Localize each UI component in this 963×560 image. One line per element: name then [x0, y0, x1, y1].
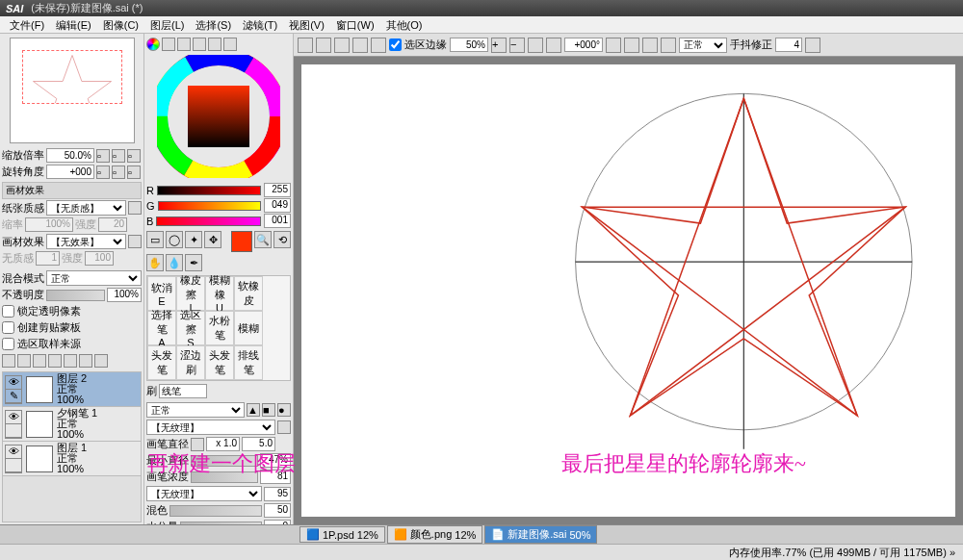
rot-right-icon[interactable]: [624, 38, 639, 53]
rotate-value[interactable]: [46, 165, 94, 179]
brush-edge-select[interactable]: 【无纹理】: [146, 420, 275, 435]
water-val[interactable]: 0: [264, 520, 291, 524]
zoom-minus-icon[interactable]: ▫: [112, 149, 125, 163]
pen-icon[interactable]: [6, 424, 21, 438]
r-value[interactable]: 255: [264, 183, 291, 197]
zoom-out-icon[interactable]: −: [509, 38, 525, 53]
pen-icon[interactable]: [6, 459, 21, 472]
canvas-mode-select[interactable]: 正常: [679, 38, 727, 53]
layer-row[interactable]: 👁 图层 1正常100%: [3, 442, 141, 476]
zoom-fit-icon[interactable]: [528, 38, 543, 53]
tip-soft-icon[interactable]: ●: [277, 403, 291, 417]
doc-tab[interactable]: 📄新建图像.sai50%: [484, 525, 597, 544]
fx-select[interactable]: 【无效果】: [46, 234, 126, 249]
canvas-angle[interactable]: [564, 38, 603, 52]
wand-icon[interactable]: ✦: [185, 231, 202, 248]
doc-tab[interactable]: 🟦1P.psd12%: [299, 526, 385, 543]
zoom-icon[interactable]: 🔍: [254, 231, 272, 248]
menu-window[interactable]: 窗口(W): [330, 17, 380, 32]
rot-left-icon[interactable]: [606, 38, 621, 53]
tip-round-icon[interactable]: ▲: [247, 403, 260, 417]
brush-mode-select[interactable]: 正常: [146, 402, 245, 418]
pen-icon[interactable]: ✎: [6, 390, 21, 403]
delete-layer-icon[interactable]: [94, 354, 108, 368]
rotate-icon[interactable]: ⟲: [273, 231, 291, 248]
brush-cell[interactable]: 头发笔: [147, 345, 176, 380]
redo-icon[interactable]: [316, 38, 331, 53]
fg-color-swatch[interactable]: [231, 231, 252, 252]
rot-reset-icon[interactable]: ▫: [127, 165, 141, 179]
layer-row[interactable]: 👁✎ 图层 2正常100%: [3, 372, 141, 407]
zoom-in-icon[interactable]: +: [491, 38, 507, 53]
brush-tex-str[interactable]: 95: [264, 487, 291, 501]
zoom-plus-icon[interactable]: ▫: [96, 149, 110, 163]
menu-edit[interactable]: 编辑(E): [50, 17, 97, 32]
b-value[interactable]: 001: [264, 214, 291, 228]
eyedropper-icon[interactable]: 💧: [166, 254, 183, 271]
paper-texture-select[interactable]: 【无质感】: [46, 200, 126, 216]
clip-mask-check[interactable]: [2, 321, 14, 334]
brush-cell[interactable]: 模糊橡U: [205, 276, 234, 311]
fx-btn[interactable]: [128, 235, 142, 248]
new-layer-icon[interactable]: [2, 354, 15, 368]
doc-tab[interactable]: 🟧颜色.png12%: [387, 525, 482, 544]
menu-file[interactable]: 文件(F): [4, 17, 50, 32]
menu-view[interactable]: 视图(V): [283, 17, 330, 32]
mix-slider[interactable]: [169, 505, 262, 517]
brush-cell[interactable]: 排线笔: [234, 345, 263, 380]
menu-image[interactable]: 图像(C): [97, 17, 144, 32]
menu-other[interactable]: 其他(O): [380, 17, 429, 32]
brush-edge-btn[interactable]: [277, 420, 291, 434]
opacity-slider[interactable]: [46, 290, 105, 301]
rot-ccw-icon[interactable]: ▫: [96, 165, 110, 179]
paper-texture-btn[interactable]: [128, 201, 142, 215]
stab-opt-icon[interactable]: [805, 38, 820, 53]
mix-val[interactable]: 50: [264, 503, 291, 518]
brush-cell[interactable]: 头发笔: [205, 345, 234, 380]
brush-cell[interactable]: 选择笔A: [147, 311, 176, 345]
blend-mode-select[interactable]: 正常: [46, 270, 142, 286]
water-slider[interactable]: [180, 522, 262, 525]
show-sel-icon[interactable]: [371, 38, 386, 53]
deselect-icon[interactable]: [334, 38, 350, 53]
hand-icon[interactable]: ✋: [146, 254, 164, 271]
brush-cell[interactable]: 橡皮擦I: [176, 276, 205, 311]
brush-cell[interactable]: 模糊: [234, 311, 263, 345]
pen-tool-icon[interactable]: ✒: [185, 254, 202, 271]
canvas[interactable]: 再新建一个图层 最后把星星的轮廓轮廓来~: [301, 64, 955, 517]
lock-alpha-check[interactable]: [2, 305, 14, 318]
sel-source-check[interactable]: [2, 338, 14, 350]
brush-cell[interactable]: 软橡皮: [234, 276, 263, 311]
brush-cell[interactable]: 选区擦S: [176, 311, 205, 345]
hsv-slider-icon[interactable]: [177, 38, 191, 51]
rot-reset2-icon[interactable]: [642, 38, 658, 53]
color-wheel-icon[interactable]: [146, 38, 160, 51]
eye-icon[interactable]: 👁: [6, 376, 21, 390]
menu-layer[interactable]: 图层(L): [144, 17, 190, 32]
g-slider[interactable]: [158, 201, 261, 211]
brush-cell[interactable]: 软消E: [147, 276, 176, 311]
invert-sel-icon[interactable]: [352, 38, 368, 53]
layer-row[interactable]: 👁 夕钢笔 1正常100%: [3, 407, 141, 442]
move-icon[interactable]: ✥: [204, 231, 221, 248]
swatches-icon[interactable]: [208, 38, 221, 51]
rgb-slider-icon[interactable]: [162, 38, 175, 51]
scratchpad-icon[interactable]: [223, 38, 237, 51]
zoom-100-icon[interactable]: [546, 38, 561, 53]
brush-cell[interactable]: 水粉笔: [205, 311, 234, 345]
navigator-thumb[interactable]: [10, 38, 135, 143]
canvas-zoom[interactable]: [450, 38, 488, 52]
g-value[interactable]: 049: [264, 198, 291, 213]
sel-edge-check[interactable]: [389, 38, 402, 51]
b-slider[interactable]: [156, 216, 261, 226]
merge-down-icon[interactable]: [64, 354, 77, 368]
tip-flat-icon[interactable]: ■: [262, 403, 275, 417]
menu-select[interactable]: 选择(S): [190, 17, 237, 32]
flip-h-icon[interactable]: [661, 38, 676, 53]
menu-filter[interactable]: 滤镜(T): [237, 17, 283, 32]
color-wheel[interactable]: [157, 55, 280, 178]
eye-icon[interactable]: 👁: [6, 445, 21, 459]
stabilizer-value[interactable]: [775, 38, 802, 52]
rot-cw-icon[interactable]: ▫: [112, 165, 125, 179]
opacity-value[interactable]: 100%: [107, 288, 142, 302]
